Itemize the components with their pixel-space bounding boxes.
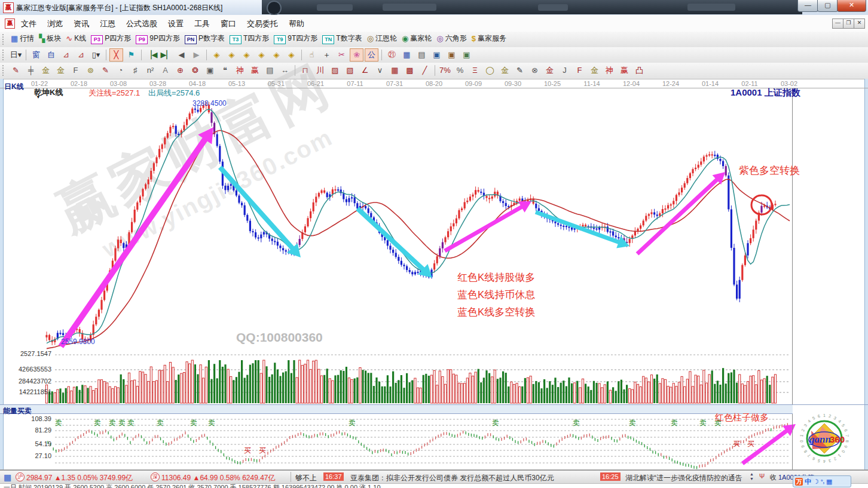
gann-cross-icon[interactable]: ⊕: [173, 64, 187, 77]
pen-2-icon[interactable]: ✎: [99, 64, 112, 77]
menu-item-浏览[interactable]: 浏览: [42, 15, 68, 32]
calculator-icon[interactable]: ▦: [400, 48, 414, 62]
toolbar-button-K线[interactable]: ∿K线: [66, 33, 86, 44]
toolbar-button-赢家服务[interactable]: $赢家服务: [472, 33, 506, 44]
news1-text[interactable]: 亚泰集团：拟非公开发行公司债券 发行总额不超过人民币30亿元: [350, 473, 554, 483]
spiral-icon[interactable]: ⊚: [84, 64, 97, 77]
ime-halfwidth-icon[interactable]: ☽: [813, 478, 819, 486]
shen-ray-icon[interactable]: 神: [603, 64, 616, 77]
gann-diamond-2-icon[interactable]: ◈: [225, 48, 239, 62]
quote-mark-icon[interactable]: ❝: [218, 64, 232, 77]
toolbar-button-板块[interactable]: ▚板块: [39, 33, 61, 44]
grid-box-2-icon[interactable]: ▩: [403, 64, 417, 77]
menu-item-江恩[interactable]: 江恩: [94, 15, 121, 32]
draw-pen-icon[interactable]: ✎: [9, 64, 23, 77]
menu-item-设置[interactable]: 设置: [163, 15, 189, 32]
tu-ray-icon[interactable]: 凸: [632, 64, 646, 77]
window-tool-icon[interactable]: 窗: [29, 48, 43, 62]
menu-item-帮助[interactable]: 帮助: [283, 15, 310, 32]
maximize-button[interactable]: ▢: [817, 0, 838, 12]
pen-3-icon[interactable]: ✎: [513, 64, 527, 77]
period-selector-icon[interactable]: 日▾: [9, 48, 23, 62]
gann-diamond-5-icon[interactable]: ◈: [270, 48, 283, 62]
close-button[interactable]: ✕: [837, 0, 866, 12]
toolbar-button-T四方形[interactable]: T3T四方形: [230, 33, 269, 44]
gold-angle-icon[interactable]: 金: [543, 64, 557, 77]
shen-grid-icon[interactable]: 神: [233, 64, 247, 77]
toolbar-button-9T四方形[interactable]: T99T四方形: [274, 33, 317, 44]
ime-keyboard-icon[interactable]: ▦: [826, 478, 832, 486]
menu-item-文件[interactable]: 文件: [16, 15, 42, 32]
toolbar-button-9P四方形[interactable]: P99P四方形: [136, 33, 180, 44]
news2-text[interactable]: 湖北解读“进一步强化疫情防控的通告: [625, 473, 742, 483]
step-back-icon[interactable]: ◀: [175, 48, 188, 62]
save-as-icon[interactable]: ▣: [445, 48, 459, 62]
save-icon[interactable]: ▣: [430, 48, 444, 62]
gann-diamond-1-icon[interactable]: ◈: [210, 48, 224, 62]
toolbar-button-P数字表[interactable]: PNP数字表: [185, 33, 225, 44]
gold-grid-1-icon[interactable]: 金: [39, 64, 53, 77]
mini-chart-1-icon[interactable]: ⊿: [59, 48, 73, 62]
gann-diamond-4-icon[interactable]: ◈: [255, 48, 268, 62]
toolbar-button-六角形[interactable]: ◎六角形: [436, 33, 466, 44]
overlay-dropdown-icon[interactable]: ▼: [36, 94, 41, 100]
menu-item-工具[interactable]: 工具: [189, 15, 215, 32]
mdi-minimize-button[interactable]: —: [832, 19, 843, 29]
candle-style-icon[interactable]: ▯▾: [89, 48, 103, 62]
toolbar-button-P四方形[interactable]: P3P四方形: [91, 33, 131, 44]
step-forward-icon[interactable]: ▶: [190, 48, 203, 62]
quote-grid-icon[interactable]: ▦: [4, 472, 11, 482]
percent-lines-icon[interactable]: 7%: [438, 64, 452, 77]
ying-ray-icon[interactable]: 赢: [618, 64, 631, 77]
shenzhen-quote[interactable]: 11306.49 ▲64.99 0.58% 6249.47亿: [161, 473, 276, 483]
gold-ray-icon[interactable]: 金: [588, 64, 601, 77]
gold-circle-icon[interactable]: ◯: [483, 64, 497, 77]
calendar-icon[interactable]: ㉑: [385, 48, 399, 62]
grid-lines-icon[interactable]: ╪: [24, 64, 38, 77]
menu-item-资讯[interactable]: 资讯: [68, 15, 94, 32]
title-bar[interactable]: 赢 赢家江恩专业版[赢家服务平台] - [上证指数 SH1A0001-268日K…: [0, 0, 868, 16]
square-numbers-icon[interactable]: n²: [143, 64, 157, 77]
hash-grid-icon[interactable]: ♯: [129, 64, 142, 77]
gong-tool-icon[interactable]: 公: [365, 48, 378, 62]
trend-line-icon[interactable]: ╱: [418, 64, 432, 77]
gann-box-icon[interactable]: ▣: [203, 64, 217, 77]
ime-punct-icon[interactable]: °,: [821, 478, 824, 484]
fib-grid-icon[interactable]: F: [69, 64, 82, 77]
jump-last-icon[interactable]: ▶▏: [160, 48, 173, 62]
clock-angle-icon[interactable]: ◔: [114, 64, 127, 77]
minimize-button[interactable]: —: [797, 0, 818, 12]
j-ray-icon[interactable]: J: [558, 64, 571, 77]
toolbar-button-行情[interactable]: ▦行情: [11, 33, 34, 44]
toolbar-button-江恩轮[interactable]: ◎江恩轮: [367, 33, 397, 44]
mdi-restore-button[interactable]: ❐: [843, 19, 854, 29]
shanghai-quote[interactable]: 2984.97 ▲1.35 0.05% 3749.99亿: [26, 473, 133, 483]
menu-item-公式选股[interactable]: 公式选股: [121, 15, 163, 32]
cross-circle-icon[interactable]: ⊗: [528, 64, 542, 77]
jump-first-icon[interactable]: ▕◀: [145, 48, 158, 62]
ime-lang-icon[interactable]: 中: [805, 477, 811, 486]
ime-toolbar[interactable]: 万 中 ☽ °, ▦: [793, 475, 851, 487]
gann-star-icon[interactable]: ❂: [188, 64, 202, 77]
grid-box-1-icon[interactable]: ▦: [388, 64, 402, 77]
delete-drawing-icon[interactable]: ╳: [109, 48, 123, 62]
f-ray-icon[interactable]: F: [573, 64, 586, 77]
ime-mode-icon[interactable]: 万: [795, 478, 803, 486]
gold-level-icon[interactable]: 金: [498, 64, 512, 77]
menu-item-交易委托[interactable]: 交易委托: [242, 15, 283, 32]
auto-info-icon[interactable]: 自: [44, 48, 58, 62]
gold-grid-2-icon[interactable]: 金: [54, 64, 68, 77]
notes-icon[interactable]: ▤: [415, 48, 429, 62]
menu-item-窗口[interactable]: 窗口: [215, 15, 242, 32]
mini-chart-2-icon[interactable]: ⊿: [74, 48, 88, 62]
levels-icon[interactable]: Ξ: [468, 64, 482, 77]
gann-diamond-3-icon[interactable]: ◈: [240, 48, 253, 62]
zigzag-icon[interactable]: ∨: [373, 64, 387, 77]
andrews-fork-icon[interactable]: A: [158, 64, 172, 77]
news-scroll-spinner[interactable]: ▲▼: [750, 472, 754, 481]
percent-icon[interactable]: %: [453, 64, 467, 77]
toolbar-button-赢家轮[interactable]: ◉赢家轮: [402, 33, 432, 44]
flag-tool-icon[interactable]: ⚑: [124, 48, 138, 62]
mdi-close-button[interactable]: ✕: [854, 19, 865, 29]
export-icon[interactable]: ▣: [460, 48, 473, 62]
